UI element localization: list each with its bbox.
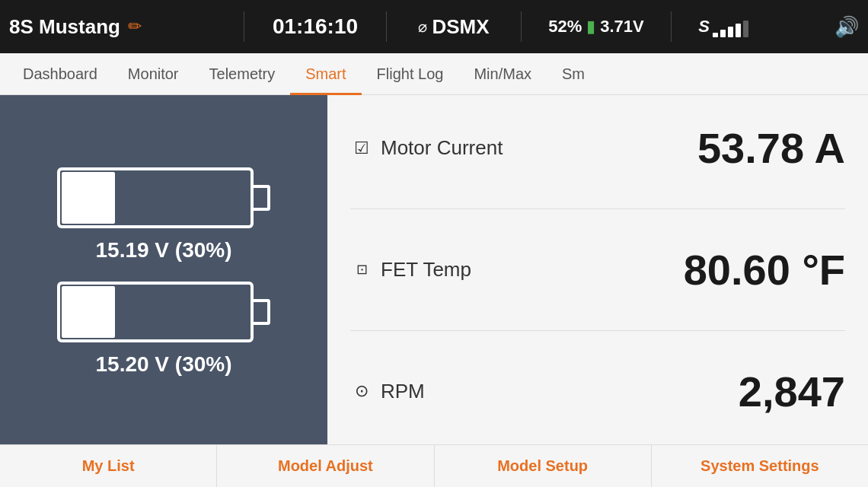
model-name-text[interactable]: 8S Mustang bbox=[9, 15, 120, 39]
main-content: 15.19 V (30%) 15.20 V (30%) ☑ Motor Curr… bbox=[0, 95, 868, 444]
metric-divider-1 bbox=[350, 208, 845, 209]
divider-4 bbox=[671, 11, 672, 42]
divider-2 bbox=[386, 11, 387, 42]
tabs-bar: Dashboard Monitor Telemetry Smart Flight… bbox=[0, 53, 868, 95]
bottom-tab-model-adjust[interactable]: Model Adjust bbox=[217, 445, 434, 487]
divider-1 bbox=[244, 11, 244, 42]
battery-visual-2 bbox=[57, 278, 270, 346]
battery-fill-1 bbox=[62, 172, 115, 224]
battery-voltage: 3.71V bbox=[600, 17, 644, 37]
tab-monitor[interactable]: Monitor bbox=[113, 53, 194, 95]
metric-row-fet-temp: ⊡ FET Temp 80.60 °F bbox=[350, 239, 845, 301]
motor-current-value: 53.78 A bbox=[697, 123, 845, 173]
signal-bars bbox=[713, 16, 748, 37]
bottom-tab-my-list[interactable]: My List bbox=[0, 445, 217, 487]
rpm-label: RPM bbox=[381, 380, 425, 403]
signal-bar-5 bbox=[743, 21, 748, 37]
link-icon: ⌀ bbox=[418, 18, 427, 36]
metric-label-area-rpm: ⊙ RPM bbox=[350, 380, 425, 403]
top-bar: 8S Mustang ✏ 01:16:10 ⌀ DSMX 52% ▮ 3.71V… bbox=[0, 0, 868, 53]
fet-temp-icon: ⊡ bbox=[350, 261, 373, 278]
fet-temp-label: FET Temp bbox=[381, 258, 471, 282]
motor-current-icon: ☑ bbox=[350, 138, 373, 158]
signal-bar-2 bbox=[720, 30, 726, 37]
speaker-icon[interactable]: 🔊 bbox=[834, 15, 859, 39]
signal-bar-4 bbox=[736, 24, 741, 37]
battery-widget-1: 15.19 V (30%) bbox=[57, 164, 270, 263]
bottom-tab-model-setup[interactable]: Model Setup bbox=[435, 445, 652, 487]
fet-temp-value: 80.60 °F bbox=[684, 245, 845, 294]
bottom-bar: My List Model Adjust Model Setup System … bbox=[0, 444, 868, 487]
rpm-icon: ⊙ bbox=[350, 381, 373, 401]
timer-display: 01:16:10 bbox=[251, 14, 380, 39]
metric-label-area-motor-current: ☑ Motor Current bbox=[350, 136, 503, 160]
tab-min-max[interactable]: Min/Max bbox=[458, 53, 547, 95]
signal-area: S bbox=[678, 16, 769, 37]
speaker-area[interactable]: 🔊 bbox=[769, 15, 859, 39]
battery-status-area: 52% ▮ 3.71V bbox=[528, 17, 665, 37]
metric-label-area-fet-temp: ⊡ FET Temp bbox=[350, 258, 471, 282]
right-panel: ☑ Motor Current 53.78 A ⊡ FET Temp 80.60… bbox=[327, 95, 868, 444]
protocol-label: DSMX bbox=[432, 15, 489, 39]
tab-sm[interactable]: Sm bbox=[547, 53, 600, 95]
signal-bar-3 bbox=[728, 27, 733, 37]
battery2-label: 15.20 V (30%) bbox=[96, 352, 232, 377]
divider-3 bbox=[521, 11, 522, 42]
tab-telemetry[interactable]: Telemetry bbox=[194, 53, 291, 95]
rpm-value: 2,847 bbox=[739, 367, 845, 416]
protocol-area: ⌀ DSMX bbox=[393, 15, 515, 39]
motor-current-label: Motor Current bbox=[381, 136, 503, 160]
left-panel: 15.19 V (30%) 15.20 V (30%) bbox=[0, 95, 327, 444]
battery1-label: 15.19 V (30%) bbox=[96, 238, 232, 263]
spektrum-logo: S bbox=[698, 17, 710, 37]
edit-icon[interactable]: ✏ bbox=[128, 17, 142, 37]
tab-flight-log[interactable]: Flight Log bbox=[362, 53, 459, 95]
battery-tip-1 bbox=[254, 185, 270, 211]
metric-divider-2 bbox=[350, 330, 845, 331]
tab-dashboard[interactable]: Dashboard bbox=[8, 53, 113, 95]
battery-percent: 52% bbox=[548, 17, 582, 37]
metric-row-rpm: ⊙ RPM 2,847 bbox=[350, 361, 845, 422]
battery-widget-2: 15.20 V (30%) bbox=[57, 278, 270, 377]
battery-visual-1 bbox=[57, 164, 270, 232]
model-name-area: 8S Mustang ✏ bbox=[9, 15, 238, 39]
battery-fill-2 bbox=[62, 286, 115, 338]
signal-bar-1 bbox=[713, 33, 718, 37]
bottom-tab-system-settings[interactable]: System Settings bbox=[652, 445, 868, 487]
metric-row-motor-current: ☑ Motor Current 53.78 A bbox=[350, 117, 845, 179]
battery-tip-2 bbox=[254, 299, 270, 325]
battery-icon: ▮ bbox=[586, 17, 595, 37]
tab-smart[interactable]: Smart bbox=[290, 53, 361, 95]
